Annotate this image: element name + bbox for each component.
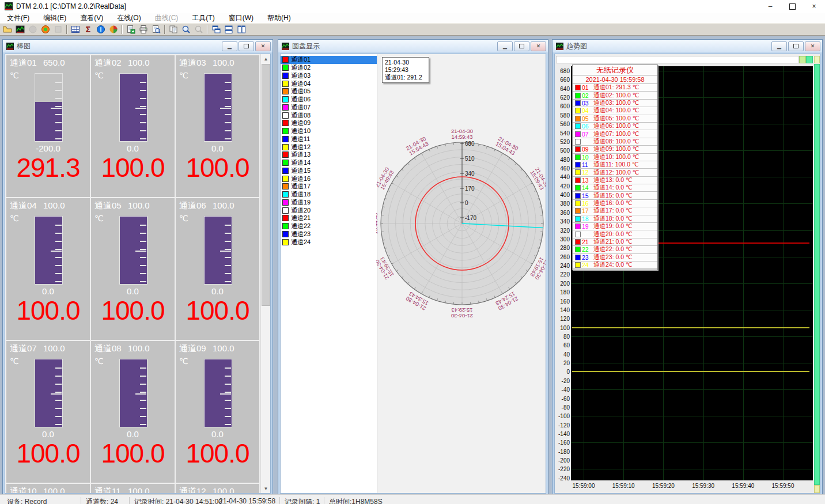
bar-maximize-button[interactable] — [239, 41, 254, 51]
channel-list-item-通道23[interactable]: 通道23 — [281, 230, 377, 238]
trend-window-titlebar[interactable]: 趋势图 ▁ ✕ — [552, 40, 822, 52]
channel-list-item-通道19[interactable]: 通道19 — [281, 199, 377, 207]
info-button[interactable]: i — [95, 24, 107, 35]
scroll-left-box[interactable] — [799, 56, 806, 63]
minimize-button[interactable]: – — [759, 0, 781, 13]
menu-window[interactable]: 窗口(W) — [222, 13, 260, 23]
open-file-button[interactable] — [2, 24, 13, 35]
svg-text:i: i — [100, 26, 102, 33]
channel-label: 通道14 — [291, 158, 311, 167]
zoom-button[interactable] — [180, 24, 192, 35]
realtime-chart-button[interactable] — [14, 24, 26, 35]
bar-close-button[interactable]: ✕ — [255, 41, 271, 51]
channel-list-item-通道10[interactable]: 通道10 — [281, 127, 377, 135]
channel-list-item-通道14[interactable]: 通道14 — [281, 159, 377, 167]
gauge-cell-通道07[interactable]: 通道07100.0℃0.0100.0 — [6, 341, 90, 483]
channel-list-item-通道03[interactable]: 通道03 — [281, 72, 377, 80]
h-gridline — [571, 389, 813, 390]
menu-file[interactable]: 文件(F) — [0, 13, 36, 23]
tile-vertical-button[interactable] — [236, 24, 247, 35]
menu-help[interactable]: 帮助(H) — [260, 13, 298, 23]
bar-window-titlebar[interactable]: 棒图 ▁ ✕ — [3, 40, 273, 52]
bar-vertical-scrollbar[interactable]: ▲ ▼ — [260, 54, 270, 493]
polar-chart-area[interactable]: 21-04-30 15:29:43 通道01: 291.2 6805103401… — [377, 54, 546, 493]
print-button[interactable] — [138, 24, 149, 35]
close-button[interactable]: × — [803, 0, 825, 13]
gauge-unit: ℃ — [179, 357, 188, 366]
channel-list-item-通道06[interactable]: 通道06 — [281, 96, 377, 104]
gauge-cell-通道08[interactable]: 通道08100.0℃0.0100.0 — [91, 341, 175, 483]
menu-view[interactable]: 查看(V) — [73, 13, 110, 23]
data-table-button[interactable] — [70, 24, 81, 35]
channel-list-item-通道02[interactable]: 通道02 — [281, 64, 377, 72]
channel-list-item-通道17[interactable]: 通道17 — [281, 183, 377, 191]
trend-vertical-scrollbar[interactable] — [814, 64, 820, 485]
gauge-cell-通道03[interactable]: 通道03100.0℃0.0100.0 — [176, 55, 259, 197]
legend-row: 07通道07: 100.0 ℃ — [573, 130, 657, 138]
gauge-current-value: 100.0 — [91, 295, 175, 326]
channel-list-item-通道04[interactable]: 通道04 — [281, 79, 377, 88]
trend-horizontal-scrollbar[interactable] — [556, 56, 799, 63]
x-tick-label: 15:59:50 — [766, 483, 800, 489]
channel-list-item-通道08[interactable]: 通道08 — [281, 111, 377, 119]
channel-list-item-通道12[interactable]: 通道12 — [281, 143, 377, 151]
gauge-cell-通道05[interactable]: 通道05100.0℃0.0100.0 — [91, 198, 175, 340]
scroll-down-arrow[interactable]: ▼ — [261, 484, 271, 493]
copy-button[interactable] — [168, 24, 179, 35]
cascade-windows-button[interactable] — [210, 24, 222, 35]
gauge-cell-通道12[interactable]: 通道12100.0℃0.0100.0 — [176, 484, 259, 494]
trend-legend: 无纸记录仪 2021-04-30 15:59:58 01通道01: 291.3 … — [572, 65, 658, 270]
disc-minimize-button[interactable]: ▁ — [497, 41, 513, 51]
gauge-cell-通道09[interactable]: 通道09100.0℃0.0100.0 — [176, 341, 259, 483]
channel-list-item-通道24[interactable]: 通道24 — [281, 238, 377, 246]
scroll-up-arrow[interactable]: ▲ — [261, 54, 271, 63]
gauge-cell-通道06[interactable]: 通道06100.0℃0.0100.0 — [176, 198, 259, 340]
gauge-channel-name: 通道02 — [94, 58, 127, 69]
record-button[interactable] — [40, 24, 51, 35]
channel-list-item-通道09[interactable]: 通道09 — [281, 119, 377, 127]
channel-list-item-通道16[interactable]: 通道16 — [281, 175, 377, 183]
tooltip-date: 21-04-30 — [385, 59, 426, 66]
legend-row: 20通道20: 0.0 ℃ — [573, 230, 657, 238]
gauge-mid-tick — [135, 251, 146, 252]
disc-window-titlebar[interactable]: 圆盘显示 ▁ ✕ — [278, 40, 548, 52]
pie-chart-button[interactable] — [108, 24, 119, 35]
trend-close-button[interactable]: ✕ — [805, 41, 820, 51]
scrollbar-thumb[interactable] — [262, 64, 270, 306]
channel-list-item-通道05[interactable]: 通道05 — [281, 88, 377, 96]
trend-maximize-button[interactable] — [788, 41, 804, 51]
menu-online[interactable]: 在线(O) — [110, 13, 147, 23]
menu-tools[interactable]: 工具(T) — [185, 13, 221, 23]
disc-maximize-button[interactable] — [514, 41, 529, 51]
gauge-mid-tick — [220, 393, 231, 395]
gauge-cell-通道01[interactable]: 通道01650.0℃-200.0291.3 — [6, 55, 90, 197]
restore-button[interactable] — [781, 0, 803, 13]
gauge-cell-通道02[interactable]: 通道02100.0℃0.0100.0 — [91, 55, 175, 197]
channel-list-item-通道01[interactable]: 通道01 — [281, 56, 377, 64]
export-button[interactable] — [125, 24, 137, 35]
channel-list-item-通道22[interactable]: 通道22 — [281, 222, 377, 230]
status-device: 设备: Record — [7, 497, 47, 504]
channel-list-item-通道18[interactable]: 通道18 — [281, 191, 377, 199]
channel-list-item-通道07[interactable]: 通道07 — [281, 104, 377, 112]
gauge-cell-通道10[interactable]: 通道10100.0℃0.0100.0 — [6, 484, 90, 494]
channel-list-item-通道20[interactable]: 通道20 — [281, 206, 377, 214]
scroll-right-box[interactable] — [806, 56, 813, 63]
scroll-corner-box[interactable] — [814, 56, 820, 63]
channel-list-item-通道13[interactable]: 通道13 — [281, 151, 377, 159]
bar-minimize-button[interactable]: ▁ — [222, 41, 237, 51]
trend-minimize-button[interactable]: ▁ — [771, 41, 787, 51]
statistics-sigma-button[interactable]: Σ — [82, 24, 94, 35]
channel-list-item-通道11[interactable]: 通道11 — [281, 135, 377, 143]
scroll-bottom-box[interactable] — [814, 485, 820, 493]
disc-close-button[interactable]: ✕ — [531, 41, 546, 51]
print-preview-button[interactable] — [150, 24, 162, 35]
tile-horizontal-button[interactable] — [223, 24, 234, 35]
legend-title: 无纸记录仪 — [573, 66, 657, 75]
gauge-cell-通道04[interactable]: 通道04100.0℃0.0100.0 — [6, 198, 90, 340]
menu-edit[interactable]: 编辑(E) — [36, 13, 73, 23]
gauge-mid-tick — [135, 393, 146, 395]
channel-list-item-通道15[interactable]: 通道15 — [281, 167, 377, 175]
gauge-cell-通道11[interactable]: 通道11100.0℃0.0100.0 — [91, 484, 175, 494]
channel-list-item-通道21[interactable]: 通道21 — [281, 214, 377, 222]
